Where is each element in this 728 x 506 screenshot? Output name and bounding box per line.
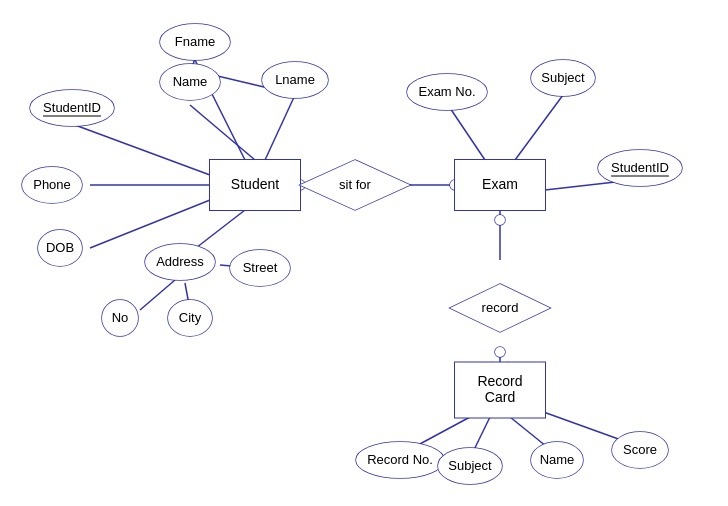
er-diagram-canvas <box>0 0 728 506</box>
